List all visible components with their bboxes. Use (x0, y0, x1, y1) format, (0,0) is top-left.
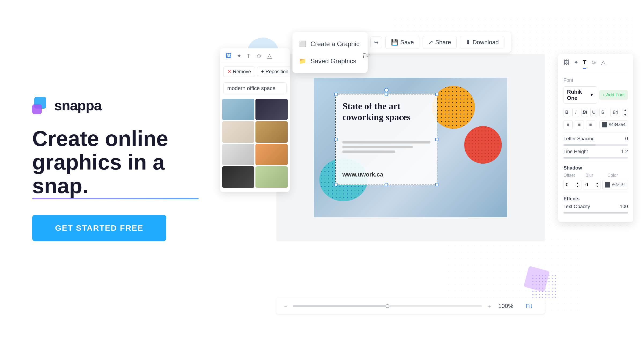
italic-button[interactable]: I (572, 108, 579, 117)
shadow-label: Shadow (564, 165, 582, 171)
shadow-offset-val: 0 (566, 182, 568, 188)
letter-spacing-slider[interactable] (564, 144, 628, 146)
add-font-button[interactable]: + Add Font (599, 90, 628, 100)
shadow-blur-stepper: ▲ ▼ (596, 182, 598, 188)
download-button[interactable]: ⬇ Download (460, 36, 504, 49)
selection-handle-tl[interactable] (334, 93, 338, 96)
font-size-value: 64 (613, 110, 618, 115)
align-center-button[interactable]: ≡ (575, 120, 584, 129)
canvas-inner[interactable]: State of the art coworking spaces www.uw… (314, 78, 507, 217)
letter-spacing-value: 0 (625, 136, 628, 142)
text-opacity-label: Text Opacity (564, 204, 590, 210)
selection-handle-ml[interactable] (334, 138, 338, 141)
text-opacity-slider[interactable] (564, 212, 628, 214)
image-thumb-8[interactable] (255, 166, 288, 188)
image-thumb-4[interactable] (255, 121, 288, 143)
zoom-fit-label[interactable]: Fit (519, 303, 538, 310)
panel-tab-magic[interactable]: ✦ (237, 53, 241, 60)
zoom-slider-track[interactable] (293, 305, 482, 307)
shadow-color-swatch[interactable]: #434a54 (602, 180, 628, 189)
right-tab-shape[interactable]: △ (601, 59, 606, 69)
canvas-text-line-3 (342, 150, 395, 153)
canvas-main-text: State of the art coworking spaces (342, 101, 430, 123)
zoom-out-icon[interactable]: － (283, 302, 289, 310)
panel-action-bar: ✕ Remove + Reposition (220, 64, 290, 79)
dropdown-saved-label: Saved Graphics (310, 57, 356, 65)
selection-handle-bc[interactable] (385, 183, 388, 186)
shadow-blur-down[interactable]: ▼ (596, 185, 598, 188)
canvas-textbox[interactable]: State of the art coworking spaces www.uw… (335, 94, 437, 185)
remove-icon: ✕ (227, 69, 231, 75)
image-thumb-5[interactable] (222, 144, 254, 165)
dropdown-create-graphic[interactable]: ⬜ Create a Graphic (292, 35, 368, 53)
image-thumb-1[interactable] (222, 99, 254, 120)
shadow-blur-field[interactable]: 0 ▲ ▼ (583, 180, 601, 189)
right-tab-image[interactable]: 🖼 (564, 59, 569, 69)
font-size-down[interactable]: ▼ (623, 113, 628, 117)
shadow-blur-val: 0 (586, 182, 588, 188)
shadow-values-row: 0 ▲ ▼ 0 ▲ ▼ #434a54 (564, 180, 628, 189)
shadow-offset-field[interactable]: 0 ▲ ▼ (564, 180, 581, 189)
underline-button[interactable]: U (590, 108, 597, 117)
shadow-offset-up[interactable]: ▲ (576, 182, 579, 185)
canvas-circle-yellow (432, 86, 475, 129)
panel-tab-image[interactable]: 🖼 (225, 53, 231, 60)
image-thumb-7[interactable] (222, 166, 254, 188)
panel-tab-text[interactable]: T (247, 53, 250, 60)
right-panel: 🖼 ✦ T ☺ △ Font Rubik One ▼ + Add Font B … (558, 54, 633, 222)
zoom-in-icon[interactable]: ＋ (486, 302, 492, 310)
image-thumb-6[interactable] (255, 144, 288, 165)
image-thumb-3[interactable] (222, 121, 254, 143)
rotate-handle[interactable] (384, 88, 389, 92)
bold-italic-button[interactable]: BI (581, 108, 588, 117)
align-left-button[interactable]: ≡ (564, 120, 573, 129)
ui-mockup-section: ⬜ Create a Graphic 📁 Saved Graphics ☞ ↩ … (220, 16, 633, 322)
headline-line2: graphics in a snap. (32, 150, 199, 198)
deco-grid-bottom (531, 274, 558, 300)
selection-handle-bl[interactable] (334, 183, 338, 186)
shadow-color-box (605, 182, 610, 188)
share-button[interactable]: ↗ Share (423, 36, 457, 49)
saved-graphics-icon: 📁 (299, 58, 306, 65)
remove-button[interactable]: ✕ Remove (223, 66, 255, 77)
shadow-offset-down[interactable]: ▼ (576, 185, 579, 188)
zoom-slider-fill (293, 305, 387, 307)
text-color-swatch[interactable]: #434a54 (599, 120, 628, 129)
selection-handle-tr[interactable] (435, 93, 438, 96)
line-height-row: Line Height 1.2 (564, 149, 628, 155)
dropdown-saved-graphics[interactable]: 📁 Saved Graphics (292, 53, 368, 70)
image-thumb-2[interactable] (255, 99, 288, 120)
zoom-slider-thumb[interactable] (386, 304, 389, 308)
right-tab-text[interactable]: T (583, 59, 586, 69)
reposition-button[interactable]: + Reposition (257, 67, 290, 77)
shadow-blur-label: Blur (586, 173, 606, 178)
panel-tabs: 🖼 ✦ T ☺ △ (220, 48, 290, 64)
download-icon: ⬇ (466, 39, 470, 46)
panel-tab-shape[interactable]: △ (267, 53, 272, 60)
right-tab-emoji[interactable]: ☺ (591, 59, 597, 69)
line-height-slider[interactable] (564, 157, 628, 159)
selection-handle-tc[interactable] (385, 93, 388, 96)
save-button[interactable]: 💾 Save (385, 36, 419, 49)
font-selector[interactable]: Rubik One ▼ (564, 86, 597, 104)
selection-handle-br[interactable] (435, 183, 438, 186)
shadow-blur-up[interactable]: ▲ (596, 182, 598, 185)
font-size-up[interactable]: ▲ (623, 108, 628, 112)
align-right-button[interactable]: ≡ (586, 120, 595, 129)
panel-tab-emoji[interactable]: ☺ (256, 53, 262, 60)
image-search-input[interactable] (227, 85, 290, 91)
redo-button[interactable]: ↪ (370, 36, 382, 48)
bold-button[interactable]: B (564, 108, 570, 117)
cta-button[interactable]: GET STARTED FREE (32, 215, 166, 241)
align-row: ≡ ≡ ≡ #434a54 (564, 120, 628, 129)
save-icon: 💾 (391, 39, 398, 46)
selection-handle-mr[interactable] (435, 138, 438, 141)
shadow-offset-label: Offset (564, 173, 584, 178)
strikethrough-button[interactable]: S (599, 108, 606, 117)
dropdown-menu: ⬜ Create a Graphic 📁 Saved Graphics (292, 32, 368, 73)
font-size-input[interactable]: 64 (610, 108, 620, 117)
divider-1 (564, 133, 628, 133)
line-height-fill (564, 157, 589, 159)
create-graphic-icon: ⬜ (299, 41, 306, 47)
right-tab-magic[interactable]: ✦ (574, 59, 579, 69)
